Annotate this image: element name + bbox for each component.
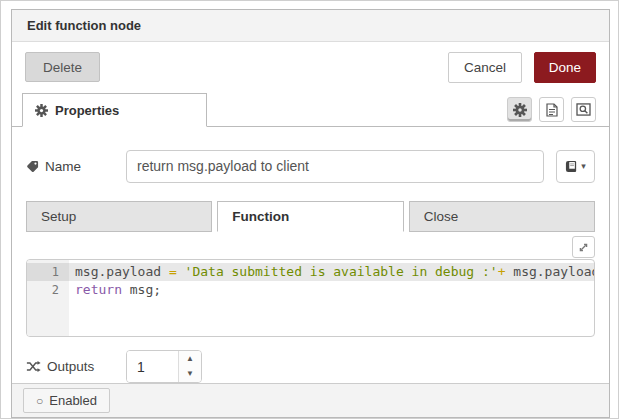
dialog-title: Edit function node xyxy=(27,18,141,33)
enabled-label: Enabled xyxy=(49,393,97,408)
dialog-toolbar: Delete Cancel Done xyxy=(12,42,609,92)
zoom-box-icon xyxy=(576,103,591,116)
properties-tabbar: Properties xyxy=(12,92,609,127)
outputs-label: Outputs xyxy=(47,359,94,374)
delete-button[interactable]: Delete xyxy=(25,52,100,82)
gear-icon xyxy=(35,104,48,117)
function-editor-tabs: Setup Function Close xyxy=(26,201,595,232)
done-button[interactable]: Done xyxy=(534,52,596,83)
gear-icon xyxy=(513,103,527,117)
code-lines[interactable]: msg.payload = 'Data submitted is availab… xyxy=(69,260,595,336)
document-icon xyxy=(546,103,558,117)
dialog-header: Edit function node xyxy=(12,10,609,42)
outputs-input[interactable] xyxy=(127,351,178,382)
code-gutter: 12 xyxy=(27,260,69,336)
code-line[interactable]: msg.payload = 'Data submitted is availab… xyxy=(69,263,595,281)
code-line[interactable]: return msg; xyxy=(69,281,595,299)
spinner-down-button[interactable]: ▼ xyxy=(179,367,201,383)
line-number: 2 xyxy=(27,281,69,299)
name-label: Name xyxy=(45,159,81,174)
tag-icon xyxy=(26,160,39,173)
dialog-body: Name ▾ Setup Function Close xyxy=(12,127,609,383)
enabled-toggle-button[interactable]: ○ Enabled xyxy=(23,388,110,413)
tab-properties[interactable]: Properties xyxy=(22,93,207,127)
tab-function[interactable]: Function xyxy=(217,201,403,232)
shuffle-icon xyxy=(26,360,41,373)
spinner-up-button[interactable]: ▲ xyxy=(179,351,201,367)
description-button[interactable] xyxy=(539,97,564,122)
book-icon xyxy=(565,160,578,173)
outputs-row: Outputs ▲ ▼ xyxy=(26,350,595,383)
properties-tab-label: Properties xyxy=(55,103,119,118)
name-row: Name ▾ xyxy=(26,149,595,183)
line-number: 1 xyxy=(27,263,69,281)
outputs-label-group: Outputs xyxy=(26,359,126,374)
dialog-footer: ○ Enabled xyxy=(12,383,609,417)
tab-close[interactable]: Close xyxy=(409,201,595,232)
circle-icon: ○ xyxy=(36,395,43,407)
arrow-down-icon: ▼ xyxy=(186,370,194,378)
code-editor[interactable]: 12 msg.payload = 'Data submitted is avai… xyxy=(26,259,595,337)
spinner-arrows: ▲ ▼ xyxy=(178,351,201,382)
library-button[interactable]: ▾ xyxy=(556,150,595,183)
outputs-spinner: ▲ ▼ xyxy=(126,350,202,383)
expand-icon xyxy=(578,242,589,253)
cancel-button[interactable]: Cancel xyxy=(448,52,522,83)
properties-gear-button[interactable] xyxy=(507,97,532,122)
screenshot-frame: Edit function node Delete Cancel Done Pr… xyxy=(0,0,619,419)
name-input[interactable] xyxy=(126,150,544,183)
arrow-up-icon: ▲ xyxy=(186,355,194,363)
expand-row xyxy=(26,235,595,259)
name-label-group: Name xyxy=(26,159,126,174)
expand-editor-button[interactable] xyxy=(572,236,595,258)
tab-setup[interactable]: Setup xyxy=(26,201,212,232)
edit-function-node-dialog: Edit function node Delete Cancel Done Pr… xyxy=(11,9,610,418)
caret-down-icon: ▾ xyxy=(581,161,586,171)
zoom-button[interactable] xyxy=(571,97,596,122)
